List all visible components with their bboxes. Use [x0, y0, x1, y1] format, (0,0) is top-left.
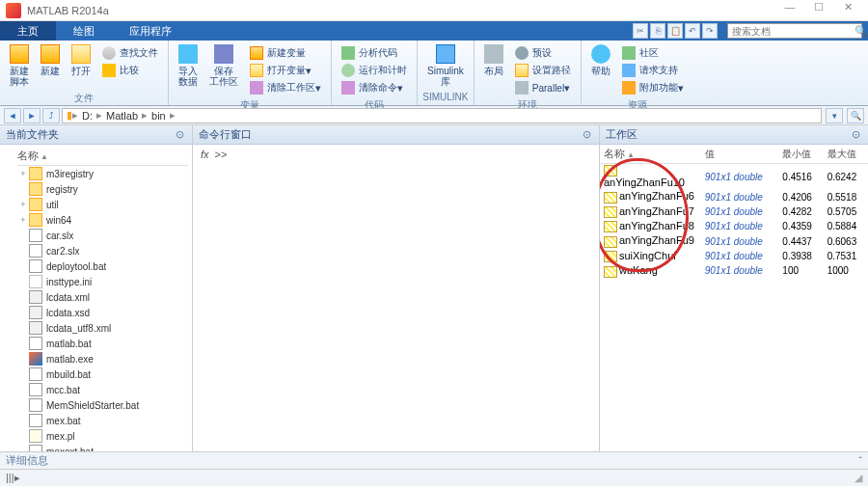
analyze-code-button[interactable]: 分析代码 — [341, 44, 407, 62]
file-icon — [29, 414, 42, 427]
file-row[interactable]: matlab.exe — [17, 351, 188, 367]
cmd-prompt[interactable]: >> — [215, 149, 228, 160]
parallel-button[interactable]: Parallel▾ — [515, 79, 571, 96]
set-path-button[interactable]: 设置路径 — [515, 62, 571, 79]
file-row[interactable]: car2.slx — [17, 243, 188, 258]
file-row[interactable]: mex.bat — [17, 413, 188, 428]
path-search-button[interactable]: 🔍 — [847, 108, 864, 123]
addons-button[interactable]: 附加功能▾ — [622, 79, 684, 96]
qat-copy-button[interactable]: ⎘ — [650, 23, 665, 39]
file-row[interactable]: +util — [17, 197, 188, 212]
file-row[interactable]: mcc.bat — [17, 382, 188, 397]
file-icon — [29, 290, 42, 304]
save-workspace-button[interactable]: 保存 工作区 — [203, 42, 244, 89]
workspace-row[interactable]: anYingZhanFu8901x1 double0.43590.5884 — [600, 219, 868, 233]
file-name: deploytool.bat — [46, 261, 106, 272]
workspace-row[interactable]: anYingZhanFu7901x1 double0.42820.5705 — [600, 204, 868, 219]
cmd-panel-menu-button[interactable]: ⊙ — [580, 128, 593, 141]
workspace-row[interactable]: anYingZhanFu10901x1 double0.45160.6242 — [600, 164, 868, 190]
file-row[interactable]: car.slx — [17, 228, 188, 243]
layout-button[interactable]: 布局 — [478, 42, 509, 78]
work-col-max[interactable]: 最大值 — [824, 145, 868, 164]
file-col-name[interactable]: 名称 — [17, 149, 39, 161]
work-col-min[interactable]: 最小值 — [778, 145, 823, 164]
clear-cmd-button[interactable]: 清除命令▾ — [341, 79, 407, 96]
file-row[interactable]: mex.pl — [17, 428, 188, 444]
tab-home[interactable]: 主页 — [0, 21, 56, 41]
workspace-row[interactable]: anYingZhanFu9901x1 double0.44370.6063 — [600, 233, 868, 248]
import-data-button[interactable]: 导入 数据 — [173, 42, 203, 89]
variable-name: suiXingChui — [619, 250, 676, 261]
file-row[interactable]: matlab.bat — [17, 336, 188, 351]
support-button[interactable]: 请求支持 — [622, 62, 684, 79]
file-name: lcdata.xsd — [46, 308, 90, 318]
clear-workspace-button[interactable]: 清除工作区▾ — [250, 79, 321, 96]
file-icon — [29, 321, 42, 335]
file-row[interactable]: deploytool.bat — [17, 258, 188, 274]
path-seg-2[interactable]: bin — [148, 110, 170, 122]
maximize-button[interactable]: ☐ — [804, 1, 833, 20]
path-dropdown-button[interactable]: ▾ — [826, 108, 843, 123]
file-row[interactable]: registry — [17, 181, 188, 197]
minimize-button[interactable]: — — [775, 1, 804, 20]
qat-redo-button[interactable]: ↷ — [702, 23, 718, 39]
run-time-button[interactable]: 运行和计时 — [341, 62, 407, 79]
compare-button[interactable]: 比较 — [102, 62, 158, 79]
file-row[interactable]: insttype.ini — [17, 274, 188, 289]
file-row[interactable]: lcdata_utf8.xml — [17, 320, 188, 336]
path-seg-1[interactable]: Matlab — [102, 110, 142, 122]
close-button[interactable]: ✕ — [833, 1, 862, 20]
simulink-button[interactable]: Simulink 库 — [421, 42, 470, 89]
resize-grip-icon[interactable]: ◢ — [854, 472, 862, 484]
work-col-value[interactable]: 值 — [701, 145, 779, 164]
help-button[interactable]: 帮助 — [585, 42, 616, 78]
nav-fwd-button[interactable]: ► — [23, 108, 41, 123]
path-seg-0[interactable]: D: — [78, 110, 96, 122]
matlab-logo-icon — [6, 3, 21, 18]
tab-plots[interactable]: 绘图 — [56, 21, 112, 41]
file-row[interactable]: lcdata.xml — [17, 289, 188, 305]
file-row[interactable]: +m3iregistry — [17, 166, 188, 181]
search-docs-input[interactable] — [732, 26, 854, 37]
expand-toggle[interactable]: + — [17, 200, 29, 209]
file-name: util — [46, 200, 59, 210]
expand-toggle[interactable]: + — [17, 215, 29, 225]
file-row[interactable]: MemShieldStarter.bat — [17, 397, 188, 413]
work-col-name[interactable]: 名称▲ — [600, 145, 701, 164]
new-var-button[interactable]: 新建变量 — [250, 44, 321, 62]
qat-paste-button[interactable]: 📋 — [667, 23, 683, 39]
file-row[interactable]: +win64 — [17, 212, 188, 228]
path-bar[interactable]: ▮ ▸ D:▸ Matlab▸ bin▸ — [62, 108, 822, 123]
workspace-row[interactable]: anYingZhanFu6901x1 double0.42060.5518 — [600, 189, 868, 204]
workspace-row[interactable]: wuKang901x1 double1001000 — [600, 263, 868, 278]
variable-max: 0.5884 — [824, 219, 868, 233]
expand-toggle[interactable]: + — [17, 169, 29, 178]
details-chevron-icon[interactable]: ˆ — [858, 455, 862, 467]
qat-undo-button[interactable]: ↶ — [685, 23, 700, 39]
variable-min: 0.4437 — [778, 233, 823, 248]
new-button[interactable]: 新建 — [35, 42, 66, 78]
prefs-button[interactable]: 预设 — [515, 44, 571, 62]
file-row[interactable]: lcdata.xsd — [17, 305, 188, 320]
find-files-button[interactable]: 查找文件 — [102, 44, 158, 62]
work-panel-menu-button[interactable]: ⊙ — [849, 128, 862, 141]
file-name: mexext.bat — [46, 447, 94, 452]
fx-label[interactable]: fx — [201, 149, 209, 160]
search-icon[interactable]: 🔍 — [854, 25, 868, 38]
open-var-button[interactable]: 打开变量▾ — [250, 62, 321, 79]
new-script-button[interactable]: 新建 脚本 — [4, 42, 35, 89]
nav-back-button[interactable]: ◄ — [4, 108, 21, 123]
file-icon — [29, 352, 42, 366]
file-row[interactable]: mexext.bat — [17, 444, 188, 451]
details-label[interactable]: 详细信息 — [6, 453, 48, 468]
file-icon — [29, 367, 42, 381]
nav-up-button[interactable]: ⤴ — [42, 108, 60, 123]
file-panel-menu-button[interactable]: ⊙ — [173, 128, 186, 141]
community-button[interactable]: 社区 — [622, 44, 684, 62]
qat-cut-button[interactable]: ✂ — [633, 23, 648, 39]
workspace-row[interactable]: suiXingChui901x1 double0.39380.7531 — [600, 249, 868, 263]
variable-name: anYingZhanFu6 — [619, 190, 694, 202]
file-row[interactable]: mbuild.bat — [17, 367, 188, 382]
open-button[interactable]: 打开 — [66, 42, 96, 78]
tab-apps[interactable]: 应用程序 — [112, 21, 189, 41]
